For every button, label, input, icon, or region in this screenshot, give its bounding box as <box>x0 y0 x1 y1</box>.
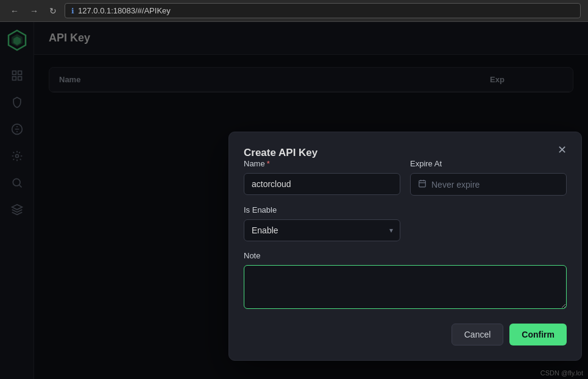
modal-footer: Cancel Confirm <box>244 324 567 345</box>
note-textarea[interactable] <box>244 265 567 309</box>
enable-label: Is Enable <box>244 205 400 214</box>
url-bar[interactable]: ℹ 127.0.0.1:18083/#/APIKey <box>65 3 581 18</box>
modal-overlay: Create API Key ✕ Name* Expire At <box>34 55 588 379</box>
main-content: API Key Name Exp Create API Key ✕ <box>34 22 588 379</box>
watermark: CSDN @fly.lot <box>540 369 583 377</box>
secure-icon: ℹ <box>71 7 74 15</box>
required-star: * <box>267 159 270 168</box>
create-api-key-modal: Create API Key ✕ Name* Expire At <box>228 132 582 361</box>
page-body: Name Exp Create API Key ✕ Name* <box>34 55 588 379</box>
refresh-button[interactable]: ↻ <box>46 5 60 17</box>
note-label: Note <box>244 251 567 260</box>
expire-input[interactable]: Never expire <box>410 173 567 196</box>
browser-toolbar: ← → ↻ ℹ 127.0.0.1:18083/#/APIKey <box>0 0 588 22</box>
note-field-group: Note <box>244 251 567 309</box>
form-row-enable: Is Enable Enable Disable ▾ <box>244 205 567 241</box>
enable-select-wrapper: Enable Disable ▾ <box>244 219 400 241</box>
calendar-icon <box>418 179 427 190</box>
enable-field-group: Is Enable Enable Disable ▾ <box>244 205 400 241</box>
modal-title: Create API Key <box>244 147 317 158</box>
name-input[interactable] <box>244 173 400 195</box>
svg-rect-10 <box>419 180 426 187</box>
expire-field-group: Expire At Never expire <box>410 159 567 196</box>
name-field-group: Name* <box>244 159 400 196</box>
back-button[interactable]: ← <box>7 5 22 17</box>
cancel-button[interactable]: Cancel <box>452 324 504 345</box>
forward-button[interactable]: → <box>27 5 41 17</box>
name-label: Name* <box>244 159 400 168</box>
confirm-button[interactable]: Confirm <box>509 324 567 345</box>
app-container: API Key Name Exp Create API Key ✕ <box>0 22 588 379</box>
form-row-name-expire: Name* Expire At <box>244 159 567 196</box>
modal-close-button[interactable]: ✕ <box>554 143 570 157</box>
expire-label: Expire At <box>410 159 567 168</box>
url-text: 127.0.0.1:18083/#/APIKey <box>78 6 171 15</box>
enable-select[interactable]: Enable Disable <box>244 219 400 241</box>
expire-placeholder: Never expire <box>431 180 480 190</box>
